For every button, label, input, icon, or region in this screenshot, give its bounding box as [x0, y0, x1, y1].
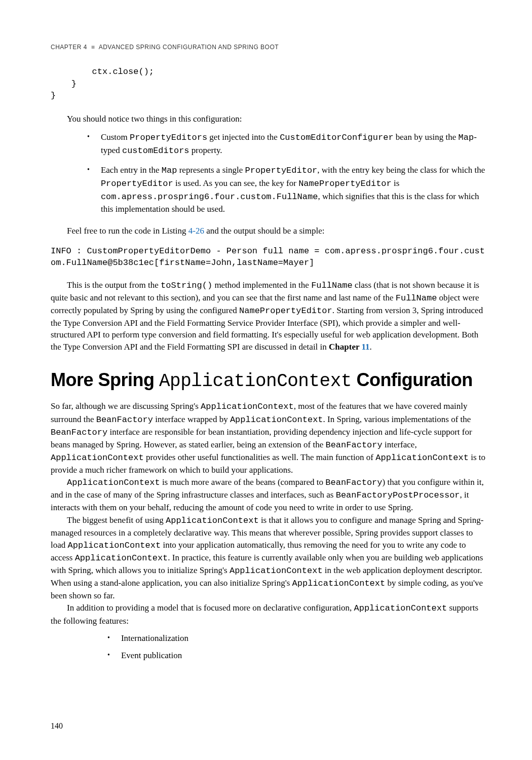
bullet-icon: • [87, 164, 90, 216]
bullet-text: Internationalization [121, 632, 489, 645]
chapter-link[interactable]: 11 [361, 342, 369, 352]
bullet-text: Event publication [121, 650, 489, 662]
body-paragraph: The biggest benefit of using Application… [51, 514, 489, 602]
listing-reference-paragraph: Feel free to run the code in Listing 4-2… [51, 225, 489, 237]
bullet-list-2: • Internationalization • Event publicati… [107, 632, 489, 662]
console-output: INFO : CustomPropertyEditorDemo - Person… [51, 245, 489, 270]
list-item: • Each entry in the Map represents a sin… [87, 164, 489, 216]
listing-link[interactable]: 4-26 [188, 226, 204, 236]
output-explanation-paragraph: This is the output from the toString() m… [51, 279, 489, 353]
list-item: • Internationalization [107, 632, 489, 645]
page-header: CHAPTER 4 ■ ADVANCED SPRING CONFIGURATIO… [51, 43, 489, 52]
body-paragraph: In addition to providing a model that is… [51, 602, 489, 627]
list-item: • Event publication [107, 650, 489, 662]
bullet-icon: • [107, 650, 110, 662]
section-heading: More Spring ApplicationContext Configura… [51, 367, 489, 394]
body-paragraphs: So far, although we are discussing Sprin… [51, 400, 489, 627]
chapter-title: ADVANCED SPRING CONFIGURATION AND SPRING… [99, 44, 279, 51]
intro-paragraph: You should notice two things in this con… [51, 113, 489, 125]
chapter-label: CHAPTER 4 [51, 44, 87, 51]
bullet-icon: • [87, 131, 90, 157]
body-paragraph: So far, although we are discussing Sprin… [51, 400, 489, 476]
bullet-list-1: • Custom PropertyEditors get injected in… [87, 131, 489, 216]
header-separator: ■ [91, 44, 95, 51]
body-paragraph: ApplicationContext is much more aware of… [51, 476, 489, 514]
list-item: • Custom PropertyEditors get injected in… [87, 131, 489, 157]
bullet-text: Each entry in the Map represents a singl… [101, 164, 489, 216]
page-number: 140 [51, 720, 63, 732]
bullet-icon: • [107, 632, 110, 645]
code-block: ctx.close(); } } [51, 66, 489, 102]
bullet-text: Custom PropertyEditors get injected into… [101, 131, 489, 157]
